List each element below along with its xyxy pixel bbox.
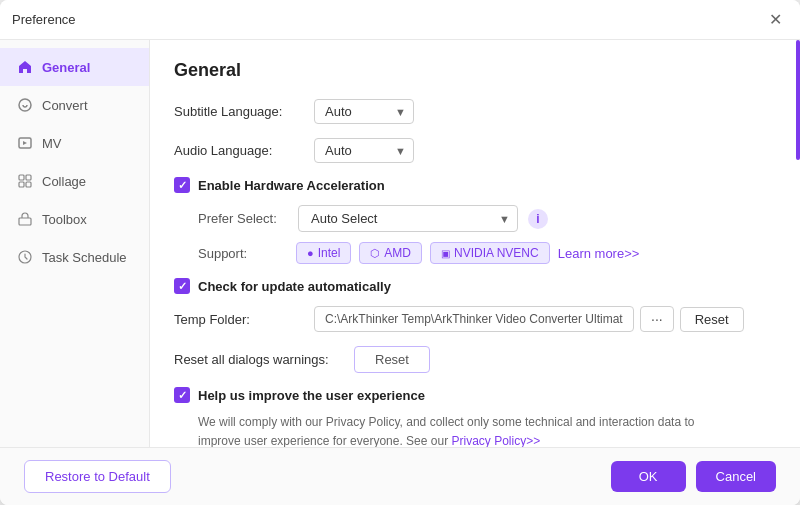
hardware-acceleration-label: Enable Hardware Acceleration (198, 178, 385, 193)
reset-dialogs-button[interactable]: Reset (354, 346, 430, 373)
section-title: General (174, 60, 776, 81)
reset-dialogs-row: Reset all dialogs warnings: Reset (174, 346, 776, 373)
temp-folder-reset-button[interactable]: Reset (680, 307, 744, 332)
subtitle-language-select-wrapper: Auto English Chinese ▼ (314, 99, 414, 124)
collage-icon (16, 172, 34, 190)
help-improve-label: Help us improve the user experience (198, 388, 425, 403)
sidebar-item-toolbox[interactable]: Toolbox (0, 200, 149, 238)
convert-icon (16, 96, 34, 114)
svg-rect-2 (19, 175, 24, 180)
toolbox-icon (16, 210, 34, 228)
intel-chip: ● Intel (296, 242, 351, 264)
amd-chip: ⬡ AMD (359, 242, 422, 264)
audio-language-select[interactable]: Auto English Chinese (314, 138, 414, 163)
close-button[interactable]: ✕ (763, 8, 788, 31)
footer-right-buttons: OK Cancel (611, 461, 776, 492)
window-title: Preference (12, 12, 76, 27)
help-improve-body-text: We will comply with our Privacy Policy, … (198, 415, 694, 447)
audio-language-select-wrapper: Auto English Chinese ▼ (314, 138, 414, 163)
temp-folder-row: Temp Folder: ··· Reset (174, 306, 776, 332)
ok-button[interactable]: OK (611, 461, 686, 492)
sidebar-label-toolbox: Toolbox (42, 212, 87, 227)
prefer-select-dropdown[interactable]: Auto Select Intel AMD NVIDIA NVENC (298, 205, 518, 232)
sidebar-label-convert: Convert (42, 98, 88, 113)
info-icon[interactable]: i (528, 209, 548, 229)
support-label: Support: (198, 246, 288, 261)
home-icon (16, 58, 34, 76)
hardware-options-block: Prefer Select: Auto Select Intel AMD NVI… (198, 205, 776, 264)
support-row: Support: ● Intel ⬡ AMD ▣ NVIDIA NVENC Le… (198, 242, 776, 264)
sidebar-item-convert[interactable]: Convert (0, 86, 149, 124)
help-improve-text: We will comply with our Privacy Policy, … (198, 413, 718, 447)
prefer-select-label: Prefer Select: (198, 211, 288, 226)
mv-icon (16, 134, 34, 152)
restore-default-button[interactable]: Restore to Default (24, 460, 171, 493)
nvidia-chip-label: NVIDIA NVENC (454, 246, 539, 260)
check-update-row: ✓ Check for update automatically (174, 278, 776, 294)
amd-chip-icon: ⬡ (370, 247, 380, 260)
subtitle-language-select[interactable]: Auto English Chinese (314, 99, 414, 124)
privacy-policy-link[interactable]: Privacy Policy>> (451, 434, 540, 447)
learn-more-link[interactable]: Learn more>> (558, 246, 640, 261)
checkmark-icon: ✓ (178, 179, 187, 192)
svg-rect-6 (19, 218, 31, 225)
subtitle-language-label: Subtitle Language: (174, 104, 314, 119)
cancel-button[interactable]: Cancel (696, 461, 776, 492)
intel-chip-label: Intel (318, 246, 341, 260)
sidebar-item-task-schedule[interactable]: Task Schedule (0, 238, 149, 276)
sidebar-label-collage: Collage (42, 174, 86, 189)
sidebar: General Convert MV (0, 40, 150, 447)
svg-rect-3 (26, 175, 31, 180)
main-content: General Subtitle Language: Auto English … (150, 40, 800, 447)
audio-language-row: Audio Language: Auto English Chinese ▼ (174, 138, 776, 163)
hardware-acceleration-row: ✓ Enable Hardware Acceleration (174, 177, 776, 193)
subtitle-language-row: Subtitle Language: Auto English Chinese … (174, 99, 776, 124)
prefer-select-row: Prefer Select: Auto Select Intel AMD NVI… (198, 205, 776, 232)
hardware-acceleration-checkbox[interactable]: ✓ (174, 177, 190, 193)
window-body: General Convert MV (0, 40, 800, 447)
sidebar-item-mv[interactable]: MV (0, 124, 149, 162)
titlebar: Preference ✕ (0, 0, 800, 40)
nvidia-chip-icon: ▣ (441, 248, 450, 259)
sidebar-item-collage[interactable]: Collage (0, 162, 149, 200)
sidebar-label-general: General (42, 60, 90, 75)
check-update-label: Check for update automatically (198, 279, 391, 294)
audio-language-label: Audio Language: (174, 143, 314, 158)
svg-point-0 (19, 99, 31, 111)
nvidia-chip: ▣ NVIDIA NVENC (430, 242, 550, 264)
footer: Restore to Default OK Cancel (0, 447, 800, 505)
svg-rect-5 (26, 182, 31, 187)
temp-folder-label: Temp Folder: (174, 312, 314, 327)
sidebar-label-task-schedule: Task Schedule (42, 250, 127, 265)
temp-folder-browse-button[interactable]: ··· (640, 306, 674, 332)
sidebar-label-mv: MV (42, 136, 62, 151)
reset-dialogs-label: Reset all dialogs warnings: (174, 352, 354, 367)
temp-folder-input[interactable] (314, 306, 634, 332)
amd-chip-label: AMD (384, 246, 411, 260)
checkmark-help-icon: ✓ (178, 389, 187, 402)
svg-rect-4 (19, 182, 24, 187)
check-update-checkbox[interactable]: ✓ (174, 278, 190, 294)
sidebar-item-general[interactable]: General (0, 48, 149, 86)
help-improve-checkbox[interactable]: ✓ (174, 387, 190, 403)
intel-chip-icon: ● (307, 247, 314, 259)
help-improve-row: ✓ Help us improve the user experience (174, 387, 776, 403)
preference-window: Preference ✕ General Co (0, 0, 800, 505)
checkmark-update-icon: ✓ (178, 280, 187, 293)
prefer-select-wrapper: Auto Select Intel AMD NVIDIA NVENC ▼ (298, 205, 518, 232)
scroll-indicator (796, 40, 800, 160)
task-icon (16, 248, 34, 266)
